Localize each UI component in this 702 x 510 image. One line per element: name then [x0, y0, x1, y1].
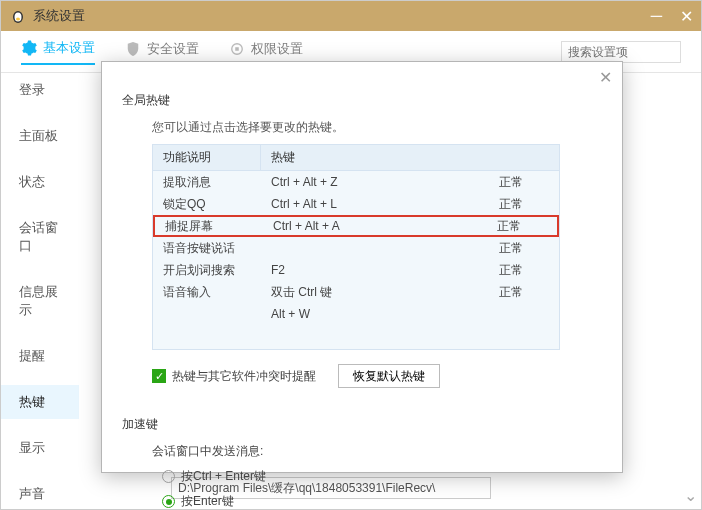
radio-label: 按Enter键: [181, 493, 234, 510]
sidebar-item-display[interactable]: 显示: [1, 431, 79, 465]
close-button[interactable]: ✕: [680, 7, 693, 26]
row-name: 语音输入: [153, 284, 261, 301]
row-name: 提取消息: [153, 174, 261, 191]
row-key: Ctrl + Alt + Z: [261, 175, 499, 189]
conflict-checkbox[interactable]: ✓ 热键与其它软件冲突时提醒: [152, 368, 316, 385]
title-bar: 系统设置 ─ ✕: [1, 1, 701, 31]
row-key: 双击 Ctrl 键: [261, 284, 499, 301]
global-hotkey-desc: 您可以通过点击选择要更改的热键。: [152, 119, 600, 136]
row-status: 正常: [499, 240, 559, 257]
tab-security-label: 安全设置: [147, 40, 199, 58]
radio-icon: [162, 470, 175, 483]
sidebar-item-sound[interactable]: 声音: [1, 477, 79, 509]
reset-hotkeys-button[interactable]: 恢复默认热键: [338, 364, 440, 388]
search-input[interactable]: [561, 41, 681, 63]
sidebar-item-session[interactable]: 会话窗口: [1, 211, 79, 263]
radio-label: 按Ctrl + Enter键: [181, 468, 266, 485]
shield-icon: [125, 41, 141, 57]
radio-enter[interactable]: 按Enter键: [162, 493, 600, 510]
app-logo-icon: [9, 7, 27, 25]
gear-icon: [21, 40, 37, 56]
radio-ctrl-enter[interactable]: 按Ctrl + Enter键: [162, 468, 600, 485]
hotkey-table: 功能说明 热键 提取消息 Ctrl + Alt + Z 正常 锁定QQ Ctrl…: [152, 144, 560, 350]
sidebar: 登录 主面板 状态 会话窗口 信息展示 提醒 热键 显示 声音 软件更新 文件管…: [1, 73, 79, 509]
tab-basic[interactable]: 基本设置: [21, 39, 95, 65]
row-key: Ctrl + Alt + L: [261, 197, 499, 211]
check-icon: ✓: [152, 369, 166, 383]
sidebar-item-panel[interactable]: 主面板: [1, 119, 79, 153]
sidebar-item-alert[interactable]: 提醒: [1, 339, 79, 373]
row-name: 开启划词搜索: [153, 262, 261, 279]
send-message-label: 会话窗口中发送消息:: [152, 443, 600, 460]
sidebar-item-hotkey[interactable]: 热键: [1, 385, 79, 419]
radio-icon: [162, 495, 175, 508]
col-key: 热键: [261, 145, 559, 170]
lock-icon: [229, 41, 245, 57]
sidebar-item-info[interactable]: 信息展示: [1, 275, 79, 327]
table-row[interactable]: 语音按键说话 正常: [153, 237, 559, 259]
table-row[interactable]: Alt + W: [153, 303, 559, 325]
col-function: 功能说明: [153, 145, 261, 170]
global-hotkey-title: 全局热键: [122, 92, 600, 109]
tab-security[interactable]: 安全设置: [125, 40, 199, 64]
row-key: Alt + W: [261, 307, 499, 321]
hotkey-modal: ✕ 全局热键 您可以通过点击选择要更改的热键。 功能说明 热键 提取消息 Ctr…: [101, 61, 623, 473]
table-row-highlighted[interactable]: 捕捉屏幕 Ctrl + Alt + A 正常: [153, 215, 559, 237]
table-row[interactable]: 提取消息 Ctrl + Alt + Z 正常: [153, 171, 559, 193]
table-row[interactable]: 开启划词搜索 F2 正常: [153, 259, 559, 281]
svg-point-2: [16, 18, 20, 21]
row-status: 正常: [499, 196, 559, 213]
row-name: 锁定QQ: [153, 196, 261, 213]
conflict-label: 热键与其它软件冲突时提醒: [172, 368, 316, 385]
row-status: 正常: [499, 174, 559, 191]
search-container: [333, 41, 681, 63]
row-name: 捕捉屏幕: [155, 218, 263, 235]
window-title: 系统设置: [33, 7, 651, 25]
row-key: Ctrl + Alt + A: [263, 219, 497, 233]
tab-permission-label: 权限设置: [251, 40, 303, 58]
row-key: F2: [261, 263, 499, 277]
sidebar-item-login[interactable]: 登录: [1, 73, 79, 107]
row-status: 正常: [499, 284, 559, 301]
row-status: 正常: [497, 218, 557, 235]
tab-permission[interactable]: 权限设置: [229, 40, 303, 64]
minimize-button[interactable]: ─: [651, 7, 662, 26]
table-row[interactable]: 语音输入 双击 Ctrl 键 正常: [153, 281, 559, 303]
row-name: 语音按键说话: [153, 240, 261, 257]
scroll-down-icon[interactable]: ⌄: [684, 486, 697, 505]
tab-basic-label: 基本设置: [43, 39, 95, 57]
svg-rect-4: [235, 47, 239, 51]
sidebar-item-status[interactable]: 状态: [1, 165, 79, 199]
modal-close-button[interactable]: ✕: [599, 68, 612, 87]
accel-title: 加速键: [122, 416, 600, 433]
hotkey-table-head: 功能说明 热键: [153, 145, 559, 171]
row-status: 正常: [499, 262, 559, 279]
table-row[interactable]: 锁定QQ Ctrl + Alt + L 正常: [153, 193, 559, 215]
